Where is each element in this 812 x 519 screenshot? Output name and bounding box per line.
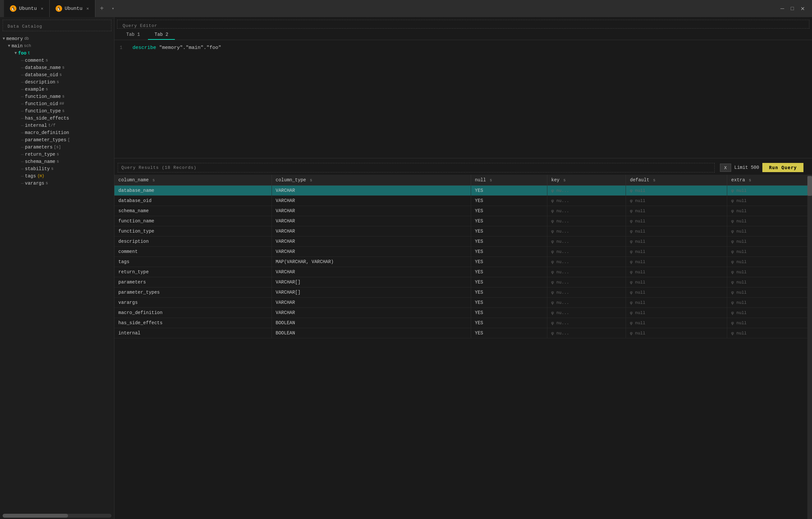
cancel-button[interactable]: X bbox=[720, 163, 731, 172]
tree-item-parameter_types[interactable]: — parameter_types [ bbox=[0, 136, 114, 144]
editor-tab-1[interactable]: Tab 1 bbox=[120, 30, 147, 40]
table-row[interactable]: macro_definitionVARCHARYESφ nu...φ nullφ… bbox=[114, 308, 812, 318]
table-row[interactable]: tagsMAP(VARCHAR, VARCHAR)YESφ nu...φ nul… bbox=[114, 257, 812, 267]
tree-label-comment: comment bbox=[25, 58, 45, 63]
minimize-button[interactable]: ─ bbox=[780, 6, 784, 12]
col-header-key[interactable]: key s bbox=[547, 175, 626, 186]
tab-ubuntu-1[interactable]: 🐧 Ubuntu ✕ bbox=[4, 0, 50, 17]
table-row[interactable]: commentVARCHARYESφ nu...φ nullφ null bbox=[114, 247, 812, 257]
editor-tab-2-label: Tab 2 bbox=[154, 32, 168, 37]
tree-item-internal[interactable]: — internal t/f bbox=[0, 122, 114, 129]
dash-has_side_effects: — bbox=[21, 116, 24, 121]
dash-internal: — bbox=[21, 123, 24, 128]
tab-close-1[interactable]: ✕ bbox=[41, 6, 44, 11]
table-row[interactable]: has_side_effectsBOOLEANYESφ nu...φ nullφ… bbox=[114, 318, 812, 328]
tree-item-stability[interactable]: — stability s bbox=[0, 165, 114, 173]
tree-item-has_side_effects[interactable]: — has_side_effects bbox=[0, 115, 114, 122]
table-row[interactable]: schema_nameVARCHARYESφ nu...φ nullφ null bbox=[114, 206, 812, 216]
table-row[interactable]: parameter_typesVARCHAR[]YESφ nu...φ null… bbox=[114, 287, 812, 298]
sidebar-scrollbar[interactable] bbox=[3, 514, 111, 518]
tree-badge-varargs: s bbox=[46, 181, 48, 186]
editor-content[interactable]: 1 describe "memory"."main"."foo" bbox=[114, 40, 812, 158]
title-bar: 🐧 Ubuntu ✕ 🐧 Ubuntu ✕ + ▾ ─ □ ✕ bbox=[0, 0, 812, 17]
col-header-null[interactable]: null s bbox=[471, 175, 547, 186]
col-header-default[interactable]: default s bbox=[626, 175, 727, 186]
sidebar-header-label: Data Catalog bbox=[7, 24, 42, 29]
tree-label-database_name: database_name bbox=[25, 65, 61, 70]
tree-badge-main: sch bbox=[24, 44, 31, 48]
ubuntu-icon-1: 🐧 bbox=[10, 5, 17, 12]
col-header-column_name[interactable]: column_name s bbox=[114, 175, 271, 186]
tree-label-example: example bbox=[25, 87, 45, 92]
tree-item-function_oid[interactable]: — function_oid ## bbox=[0, 100, 114, 108]
dash-parameters: — bbox=[21, 145, 24, 150]
run-query-button[interactable]: Run Query bbox=[762, 163, 804, 172]
dash-varargs: — bbox=[21, 181, 24, 186]
main-layout: Data Catalog ▼ memory db ▼ main sch ▼ fo… bbox=[0, 17, 812, 519]
table-row[interactable]: varargsVARCHARYESφ nu...φ nullφ null bbox=[114, 298, 812, 308]
tree: ▼ memory db ▼ main sch ▼ foo t — comment… bbox=[0, 34, 114, 513]
right-panel: Query Editor Tab 1 Tab 2 1 describe "mem… bbox=[114, 17, 812, 519]
tree-label-database_oid: database_oid bbox=[25, 72, 58, 78]
code-string-path: "memory"."main"."foo" bbox=[159, 45, 221, 51]
tab-ubuntu-2[interactable]: 🐧 Ubuntu ✕ bbox=[50, 0, 95, 17]
tree-badge-tags: {m} bbox=[37, 174, 45, 178]
tree-item-macro_definition[interactable]: — macro_definition bbox=[0, 129, 114, 136]
tab-close-2[interactable]: ✕ bbox=[86, 6, 89, 11]
tree-item-comment[interactable]: — comment s bbox=[0, 57, 114, 64]
table-scrollbar-thumb bbox=[807, 176, 812, 196]
tree-item-function_type[interactable]: — function_type s bbox=[0, 108, 114, 115]
results-table-container[interactable]: column_name s column_type s null s key s… bbox=[114, 175, 812, 519]
col-header-column_type[interactable]: column_type s bbox=[271, 175, 471, 186]
tree-badge-parameters: [s] bbox=[54, 145, 61, 149]
tree-item-tags[interactable]: — tags {m} bbox=[0, 173, 114, 180]
dash-example: — bbox=[21, 87, 24, 92]
results-header-label: Query Results (18 Records) bbox=[121, 165, 197, 170]
editor-tabs: Tab 1 Tab 2 bbox=[114, 30, 812, 40]
table-row[interactable]: function_nameVARCHARYESφ nu...φ nullφ nu… bbox=[114, 216, 812, 226]
col-header-extra[interactable]: extra s bbox=[727, 175, 812, 186]
tree-item-database_name[interactable]: — database_name s bbox=[0, 64, 114, 71]
maximize-button[interactable]: □ bbox=[791, 6, 794, 12]
tree-item-example[interactable]: — example s bbox=[0, 86, 114, 93]
table-row[interactable]: database_nameVARCHARYESφ nu...φ nullφ nu… bbox=[114, 186, 812, 196]
tree-item-varargs[interactable]: — varargs s bbox=[0, 180, 114, 187]
tree-item-return_type[interactable]: — return_type s bbox=[0, 151, 114, 158]
tree-badge-database_oid: s bbox=[59, 72, 62, 77]
tree-label-varargs: varargs bbox=[25, 181, 45, 186]
close-button[interactable]: ✕ bbox=[801, 6, 805, 12]
tree-item-main[interactable]: ▼ main sch bbox=[0, 42, 114, 50]
results-panel: Query Results (18 Records) X Limit 500 R… bbox=[114, 158, 812, 519]
tree-badge-foo: t bbox=[28, 51, 30, 56]
dash-function_name: — bbox=[21, 94, 24, 99]
table-scrollbar[interactable] bbox=[807, 175, 812, 519]
tab-label-1: Ubuntu bbox=[19, 6, 37, 11]
table-row[interactable]: descriptionVARCHARYESφ nu...φ nullφ null bbox=[114, 237, 812, 247]
table-row[interactable]: internalBOOLEANYESφ nu...φ nullφ null bbox=[114, 328, 812, 338]
data-catalog-header: Data Catalog bbox=[3, 20, 111, 31]
tree-item-description[interactable]: — description s bbox=[0, 79, 114, 86]
window-controls: ─ □ ✕ bbox=[780, 6, 808, 12]
tree-item-function_name[interactable]: — function_name s bbox=[0, 93, 114, 100]
tree-label-internal: internal bbox=[25, 123, 47, 128]
tree-badge-function_type: s bbox=[62, 109, 64, 113]
tree-item-database_oid[interactable]: — database_oid s bbox=[0, 71, 114, 79]
table-row[interactable]: return_typeVARCHARYESφ nu...φ nullφ null bbox=[114, 267, 812, 277]
table-row[interactable]: parametersVARCHAR[]YESφ nu...φ nullφ nul… bbox=[114, 277, 812, 287]
table-row[interactable]: database_oidVARCHARYESφ nu...φ nullφ nul… bbox=[114, 196, 812, 206]
editor-tab-2[interactable]: Tab 2 bbox=[148, 30, 175, 40]
tree-item-foo[interactable]: ▼ foo t bbox=[0, 50, 114, 57]
query-editor-header: Query Editor bbox=[117, 20, 809, 29]
tree-badge-return_type: s bbox=[57, 152, 59, 157]
tab-label-2: Ubuntu bbox=[65, 6, 83, 11]
tree-item-memory[interactable]: ▼ memory db bbox=[0, 35, 114, 42]
tree-item-parameters[interactable]: — parameters [s] bbox=[0, 144, 114, 151]
tree-badge-description: s bbox=[57, 80, 59, 84]
tree-label-return_type: return_type bbox=[25, 152, 55, 157]
table-row[interactable]: function_typeVARCHARYESφ nu...φ nullφ nu… bbox=[114, 226, 812, 237]
dash-schema_name: — bbox=[21, 159, 24, 164]
tree-item-schema_name[interactable]: — schema_name s bbox=[0, 158, 114, 165]
tab-dropdown-button[interactable]: ▾ bbox=[109, 0, 118, 17]
new-tab-button[interactable]: + bbox=[95, 0, 109, 17]
tree-arrow-foo: ▼ bbox=[14, 51, 17, 56]
